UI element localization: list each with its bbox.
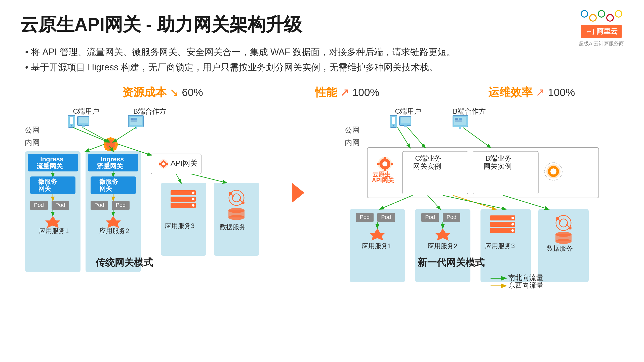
aliyun-tagline: 超级AI云计算服务商 — [579, 40, 624, 47]
left-box4-dot2 — [242, 201, 245, 204]
left-box1-ingress-text2: 流量网关 — [36, 162, 63, 170]
left-box2-micro-text1: 微服务 — [99, 178, 118, 185]
bullets-list: 将 API 管理、流量网关、微服务网关、安全网关合一，集成 WAF 数据面，对接… — [20, 44, 624, 75]
right-b-user-label: B端合作方 — [453, 107, 486, 115]
big-arrow-shape — [292, 183, 304, 203]
right-private-label: 内网 — [345, 138, 360, 147]
left-box2-ingress-text1: Ingress — [101, 155, 124, 163]
line-apigw-box4 — [191, 174, 226, 183]
right-box2-pod2-text: Pod — [447, 214, 456, 220]
right-mode-label: 新一代网关模式 — [418, 257, 485, 268]
right-cloudgw-tooth3 — [377, 163, 379, 165]
aliyun-logo-box: ←) 阿里云 — [581, 25, 622, 38]
metric-resource: 资源成本 ↘ 60% — [70, 85, 255, 100]
metric-perf-arrow: ↗ — [340, 86, 352, 98]
right-box3-svc-label: 应用服务3 — [485, 242, 515, 250]
left-b-screen-app2 — [134, 118, 137, 120]
right-line-c-monitor-box — [408, 127, 425, 148]
ring-red — [606, 14, 614, 22]
aliyun-brand: ←) 阿里云 — [581, 25, 622, 38]
metric-ops-value: 100% — [548, 86, 575, 98]
left-c-phone-btn — [71, 125, 72, 126]
right-box1-svc-label: 应用服务1 — [362, 242, 391, 250]
right-public-label: 公网 — [345, 126, 360, 134]
bullet-2: 基于开源项目 Higress 构建，无厂商锁定，用户只需按业务划分网关实例，无需… — [20, 60, 624, 75]
metric-resource-arrow: ↘ — [170, 86, 182, 98]
right-b-instance-label1: B端业务 — [486, 154, 511, 162]
right-box4-dot2 — [569, 227, 572, 230]
left-apigw-tooth4 — [166, 163, 168, 165]
left-apigw-text: API网关 — [171, 159, 198, 167]
right-cloudgw-label2: API网关 — [372, 177, 394, 184]
metric-perf-label: 性能 — [315, 86, 337, 98]
left-box4-db-bottom — [228, 215, 245, 220]
right-box4-dot1 — [556, 217, 559, 220]
left-c-user-label: C端用户 — [73, 107, 99, 115]
line-apigw-box3 — [176, 174, 181, 183]
left-box2-ingress-text2: 流量网关 — [97, 162, 123, 170]
legend-yellow-text: 东西向流量 — [508, 281, 543, 289]
main-diagram-svg: C端用户 B端合作方 公网 内网 — [20, 105, 624, 324]
right-c-instance-label2: 网关实例 — [413, 162, 441, 170]
ring-gold — [615, 10, 622, 18]
left-apigw-tooth1 — [163, 160, 164, 162]
metric-perf: 性能 ↗ 100% — [255, 85, 439, 100]
left-box1-micro-text2: 网关 — [38, 185, 51, 192]
left-mode-label: 传统网关模式 — [95, 257, 153, 268]
aliyun-logo-text: ←) 阿里云 — [585, 27, 618, 35]
left-c-phone-screen — [70, 117, 73, 124]
metric-perf-value: 100% — [352, 86, 379, 98]
line-gw-box1 — [86, 145, 104, 151]
right-box1-pod1-text: Pod — [360, 214, 370, 220]
right-cloudgw-gear-inner — [382, 161, 387, 166]
left-box3-s1-led — [192, 192, 194, 194]
metric-ops-arrow: ↗ — [536, 86, 548, 98]
right-box1-pod2-text: Pod — [381, 214, 391, 220]
ring-blue — [581, 10, 588, 18]
left-box3-s2-led — [192, 198, 194, 200]
left-box4-svc-label: 数据服务 — [220, 223, 246, 231]
right-box4-db-bottom — [555, 239, 572, 244]
right-c-monitor-screen — [401, 117, 410, 123]
ring-green — [598, 10, 605, 18]
right-cloudgw-tooth1 — [384, 157, 386, 159]
metrics-row: 资源成本 ↘ 60% 性能 ↗ 100% 运维效率 ↗ 100% — [20, 85, 624, 100]
right-c-phone-screen — [392, 117, 395, 124]
metric-resource-label: 资源成本 — [122, 86, 167, 98]
left-public-label: 公网 — [25, 126, 40, 134]
bullet-1: 将 API 管理、流量网关、微服务网关、安全网关合一，集成 WAF 数据面，对接… — [20, 44, 624, 60]
left-b-screen-app1 — [131, 118, 134, 120]
diagram-area: C端用户 B端合作方 公网 内网 — [20, 105, 624, 331]
right-box3-s3-led — [511, 229, 514, 232]
metric-resource-value: 60% — [182, 86, 203, 98]
right-box3-s1-led — [511, 217, 514, 219]
right-b-screen-bar — [455, 120, 462, 122]
left-box1-pod2-text: Pod — [55, 202, 65, 208]
left-apigw-gear-inner — [162, 162, 165, 165]
right-c-monitor-stand — [404, 125, 407, 127]
left-box1-micro-text1: 微服务 — [38, 178, 57, 185]
left-private-label: 内网 — [25, 138, 40, 147]
main-title: 云原生API网关 - 助力网关架构升级 — [20, 13, 624, 37]
metric-ops-label: 运维效率 — [488, 86, 533, 98]
left-box2-pod2-text: Pod — [116, 202, 126, 208]
left-c-monitor-screen — [79, 117, 88, 123]
left-apigw-tooth3 — [159, 163, 161, 165]
left-b-user-label: B端合作方 — [133, 107, 166, 115]
left-apigw-tooth2 — [163, 166, 164, 168]
right-b-screen-app1 — [455, 118, 458, 120]
logo-area: ←) 阿里云 超级AI云计算服务商 — [579, 10, 624, 47]
left-box1-ingress-text1: Ingress — [40, 155, 64, 163]
legend-green-text: 南北向流量 — [508, 274, 543, 282]
left-box2-pod1-text: Pod — [94, 202, 104, 208]
left-c-monitor-stand — [82, 125, 85, 127]
ring-yellow — [589, 14, 597, 22]
left-box1-pod1-text: Pod — [34, 202, 44, 208]
right-box4-svc-label: 数据服务 — [547, 245, 573, 252]
left-box3-svc-label: 应用服务3 — [165, 222, 194, 230]
left-box2-svc-label: 应用服务2 — [99, 227, 129, 235]
right-line-c-phone-box — [397, 127, 410, 148]
right-b-monitor-stand — [459, 127, 461, 129]
left-box3-s3-led — [192, 204, 194, 207]
right-box2-svc-label: 应用服务2 — [428, 242, 457, 250]
